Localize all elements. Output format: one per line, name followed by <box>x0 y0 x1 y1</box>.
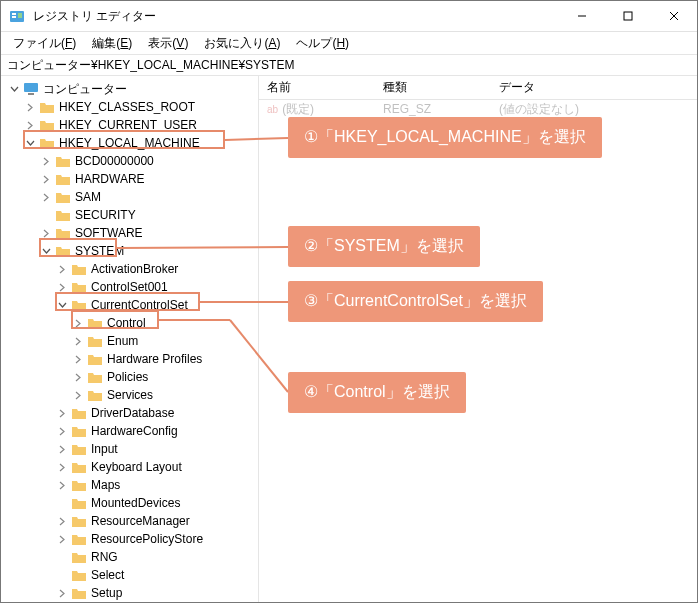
menubar: ファイル(F) 編集(E) 表示(V) お気に入り(A) ヘルプ(H) <box>1 32 697 54</box>
chevron-right-icon[interactable] <box>55 535 69 544</box>
chevron-down-icon[interactable] <box>39 247 53 256</box>
tree-item-resourcemanager[interactable]: ResourceManager <box>3 512 256 530</box>
tree-item-security[interactable]: SECURITY <box>3 206 256 224</box>
tree-label: MountedDevices <box>91 496 180 510</box>
tree-item-mounteddevices[interactable]: MountedDevices <box>3 494 256 512</box>
tree-label: SOFTWARE <box>75 226 143 240</box>
tree-label: HKEY_LOCAL_MACHINE <box>59 136 200 150</box>
folder-icon <box>71 550 87 564</box>
tree-label: SECURITY <box>75 208 136 222</box>
minimize-button[interactable] <box>559 1 605 31</box>
chevron-right-icon[interactable] <box>55 283 69 292</box>
folder-icon <box>55 154 71 168</box>
titlebar[interactable]: レジストリ エディター <box>1 1 697 32</box>
tree-item-setup[interactable]: Setup <box>3 584 256 602</box>
chevron-down-icon[interactable] <box>7 85 21 94</box>
tree-item-maps[interactable]: Maps <box>3 476 256 494</box>
col-header-data[interactable]: データ <box>491 79 697 96</box>
chevron-right-icon[interactable] <box>55 589 69 598</box>
tree-label: ControlSet001 <box>91 280 168 294</box>
tree-item-control[interactable]: Control <box>3 314 256 332</box>
chevron-right-icon[interactable] <box>71 319 85 328</box>
close-button[interactable] <box>651 1 697 31</box>
tree-label: Maps <box>91 478 120 492</box>
chevron-right-icon[interactable] <box>55 445 69 454</box>
tree-label: Keyboard Layout <box>91 460 182 474</box>
tree-item-controlset001[interactable]: ControlSet001 <box>3 278 256 296</box>
tree-item-bcd[interactable]: BCD00000000 <box>3 152 256 170</box>
chevron-down-icon[interactable] <box>23 139 37 148</box>
tree-item-resourcepolicystore[interactable]: ResourcePolicyStore <box>3 530 256 548</box>
folder-icon <box>71 406 87 420</box>
chevron-right-icon[interactable] <box>55 265 69 274</box>
chevron-right-icon[interactable] <box>55 427 69 436</box>
folder-icon <box>87 352 103 366</box>
col-header-name[interactable]: 名前 <box>259 79 375 96</box>
svg-rect-8 <box>24 83 38 92</box>
chevron-right-icon[interactable] <box>71 355 85 364</box>
menu-help[interactable]: ヘルプ(H) <box>288 33 357 54</box>
list-row[interactable]: ab(既定) REG_SZ (値の設定なし) <box>259 100 697 118</box>
tree-root[interactable]: コンピューター <box>3 80 256 98</box>
tree-label: ResourcePolicyStore <box>91 532 203 546</box>
tree-label: Control <box>107 316 146 330</box>
maximize-button[interactable] <box>605 1 651 31</box>
tree-item-currentcontrolset[interactable]: CurrentControlSet <box>3 296 256 314</box>
chevron-right-icon[interactable] <box>71 373 85 382</box>
folder-icon <box>71 460 87 474</box>
chevron-right-icon[interactable] <box>71 391 85 400</box>
tree-item-input[interactable]: Input <box>3 440 256 458</box>
chevron-right-icon[interactable] <box>55 481 69 490</box>
chevron-right-icon[interactable] <box>39 175 53 184</box>
addressbar[interactable]: コンピューター¥HKEY_LOCAL_MACHINE¥SYSTEM <box>1 54 697 76</box>
folder-icon <box>71 280 87 294</box>
chevron-right-icon[interactable] <box>71 337 85 346</box>
chevron-right-icon[interactable] <box>23 121 37 130</box>
tree-item-hkcu[interactable]: HKEY_CURRENT_USER <box>3 116 256 134</box>
folder-icon <box>39 136 55 150</box>
tree-item-hardware[interactable]: HARDWARE <box>3 170 256 188</box>
tree-label: SYSTEM <box>75 244 124 258</box>
chevron-right-icon[interactable] <box>55 463 69 472</box>
callout-4: ④「Control」を選択 <box>288 372 466 413</box>
folder-icon <box>87 316 103 330</box>
tree-label: コンピューター <box>43 81 127 98</box>
chevron-right-icon[interactable] <box>39 229 53 238</box>
tree-item-enum[interactable]: Enum <box>3 332 256 350</box>
chevron-right-icon[interactable] <box>55 409 69 418</box>
chevron-right-icon[interactable] <box>39 157 53 166</box>
tree-label: HARDWARE <box>75 172 145 186</box>
col-header-type[interactable]: 種類 <box>375 79 491 96</box>
tree-item-activationbroker[interactable]: ActivationBroker <box>3 260 256 278</box>
callout-2: ②「SYSTEM」を選択 <box>288 226 480 267</box>
tree-item-software[interactable]: SOFTWARE <box>3 224 256 242</box>
chevron-right-icon[interactable] <box>39 193 53 202</box>
tree-item-rng[interactable]: RNG <box>3 548 256 566</box>
menu-edit[interactable]: 編集(E) <box>84 33 140 54</box>
string-value-icon: ab <box>267 104 278 115</box>
tree-label: Hardware Profiles <box>107 352 202 366</box>
folder-icon <box>39 100 55 114</box>
tree-item-hklm[interactable]: HKEY_LOCAL_MACHINE <box>3 134 256 152</box>
menu-file[interactable]: ファイル(F) <box>5 33 84 54</box>
tree-item-hardwareconfig[interactable]: HardwareConfig <box>3 422 256 440</box>
chevron-down-icon[interactable] <box>55 301 69 310</box>
chevron-right-icon[interactable] <box>23 103 37 112</box>
tree-item-driverdatabase[interactable]: DriverDatabase <box>3 404 256 422</box>
tree-item-system[interactable]: SYSTEM <box>3 242 256 260</box>
tree-item-hkcr[interactable]: HKEY_CLASSES_ROOT <box>3 98 256 116</box>
tree-item-hardwareprofiles[interactable]: Hardware Profiles <box>3 350 256 368</box>
tree-item-services[interactable]: Services <box>3 386 256 404</box>
tree-label: Services <box>107 388 153 402</box>
chevron-right-icon[interactable] <box>55 517 69 526</box>
tree-item-select[interactable]: Select <box>3 566 256 584</box>
folder-icon <box>71 586 87 600</box>
tree-item-policies[interactable]: Policies <box>3 368 256 386</box>
tree-label: Input <box>91 442 118 456</box>
tree-item-keyboardlayout[interactable]: Keyboard Layout <box>3 458 256 476</box>
callout-1: ①「HKEY_LOCAL_MACHINE」を選択 <box>288 117 602 158</box>
menu-view[interactable]: 表示(V) <box>140 33 196 54</box>
menu-favorites[interactable]: お気に入り(A) <box>196 33 288 54</box>
tree-panel[interactable]: コンピューター HKEY_CLASSES_ROOT HKEY_CURRENT_U… <box>1 76 259 602</box>
tree-item-sam[interactable]: SAM <box>3 188 256 206</box>
